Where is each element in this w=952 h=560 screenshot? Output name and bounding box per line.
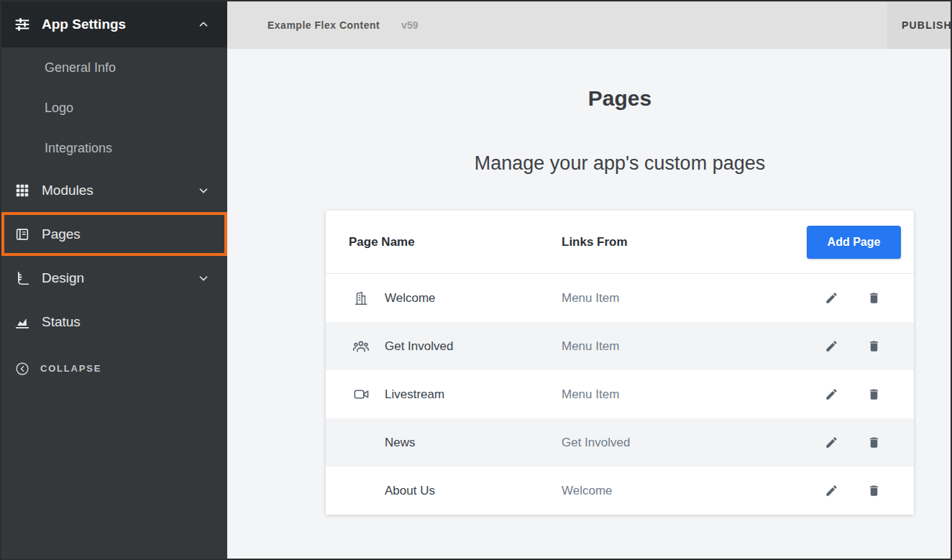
sidebar-item-label: Design — [42, 270, 194, 286]
sidebar-item-logo[interactable]: Logo — [1, 88, 227, 128]
building-icon — [352, 290, 370, 306]
delete-button[interactable] — [866, 434, 882, 451]
row-actions — [823, 290, 882, 306]
content: Pages Manage your app's custom pages Pag… — [227, 49, 951, 559]
grid-icon — [13, 183, 32, 198]
sidebar-item-design[interactable]: Design — [1, 256, 227, 300]
sidebar-item-label: General Info — [45, 60, 116, 75]
page-name: Livestream — [385, 387, 562, 402]
table-row: Livestream Menu Item — [326, 370, 914, 418]
add-page-button[interactable]: Add Page — [807, 226, 901, 259]
delete-button[interactable] — [866, 482, 882, 499]
edit-button[interactable] — [823, 290, 840, 306]
sidebar: App Settings General Info Logo Integrati… — [1, 1, 227, 559]
table-row: Get Involved Menu Item — [326, 322, 914, 370]
page-name: News — [385, 436, 562, 450]
pages-table-card: Page Name Links From Add Page — [326, 211, 914, 515]
row-actions — [823, 386, 882, 403]
area-chart-icon — [13, 314, 32, 330]
pencil-icon — [825, 387, 838, 401]
collapse-circle-icon — [13, 361, 32, 377]
pencil-icon — [825, 484, 838, 497]
chevron-down-icon — [194, 272, 213, 285]
chevron-up-icon — [194, 18, 213, 31]
sidebar-item-label: Logo — [45, 101, 73, 116]
table-header: Page Name Links From Add Page — [326, 211, 914, 274]
topbar: Example Flex Content v59 PUBLISH — [227, 1, 951, 49]
links-from: Get Involved — [562, 436, 823, 450]
row-actions — [823, 482, 882, 499]
page-title: Pages — [326, 86, 914, 111]
app-name: Example Flex Content — [267, 19, 380, 31]
sidebar-item-label: App Settings — [42, 17, 194, 32]
sidebar-item-integrations[interactable]: Integrations — [1, 128, 227, 168]
row-actions — [823, 338, 882, 354]
pages-icon — [13, 226, 32, 242]
page-subtitle: Manage your app's custom pages — [326, 152, 914, 175]
table-row: About Us Welcome — [326, 467, 914, 515]
pencil-icon — [825, 339, 838, 353]
app-version: v59 — [401, 19, 418, 31]
delete-button[interactable] — [866, 386, 882, 403]
links-from: Menu Item — [562, 339, 823, 354]
trash-icon — [867, 484, 881, 497]
publish-button[interactable]: PUBLISH — [887, 1, 951, 49]
pencil-icon — [825, 436, 838, 449]
page-name: Get Involved — [385, 339, 562, 354]
delete-button[interactable] — [866, 338, 882, 354]
sidebar-item-label: Integrations — [45, 141, 112, 156]
sidebar-item-general-info[interactable]: General Info — [1, 47, 227, 88]
sidebar-item-app-settings[interactable]: App Settings — [1, 1, 227, 47]
delete-button[interactable] — [866, 290, 882, 306]
sidebar-item-label: Pages — [42, 226, 213, 242]
row-actions — [823, 434, 882, 451]
sidebar-item-label: Modules — [42, 183, 194, 198]
ruler-icon — [13, 270, 32, 286]
trash-icon — [867, 436, 881, 449]
edit-button[interactable] — [823, 386, 840, 403]
links-from: Menu Item — [562, 291, 823, 306]
sidebar-item-modules[interactable]: Modules — [1, 168, 227, 212]
table-row: Welcome Menu Item — [326, 274, 914, 322]
links-from: Menu Item — [562, 387, 823, 402]
sidebar-item-status[interactable]: Status — [1, 300, 227, 344]
table-row: News Get Involved — [326, 418, 914, 467]
links-from: Welcome — [562, 484, 823, 498]
main-area: Example Flex Content v59 PUBLISH Pages M… — [227, 1, 951, 559]
edit-button[interactable] — [823, 434, 840, 451]
app-window: App Settings General Info Logo Integrati… — [0, 0, 952, 560]
edit-button[interactable] — [823, 338, 840, 354]
table-body: Welcome Menu Item — [326, 274, 914, 515]
trash-icon — [867, 339, 881, 353]
video-camera-icon — [352, 386, 370, 403]
column-header-links-from: Links From — [562, 235, 807, 249]
sliders-icon — [13, 16, 32, 33]
pencil-icon — [825, 291, 838, 305]
edit-button[interactable] — [823, 482, 840, 499]
chevron-down-icon — [194, 184, 213, 197]
sidebar-item-label: Status — [42, 314, 213, 330]
column-header-page-name: Page Name — [349, 235, 562, 249]
sidebar-item-pages[interactable]: Pages — [1, 212, 227, 256]
page-name: About Us — [385, 484, 562, 498]
page-name: Welcome — [385, 291, 562, 306]
people-icon — [352, 338, 370, 355]
trash-icon — [867, 387, 881, 401]
collapse-button[interactable]: COLLAPSE — [1, 346, 227, 390]
trash-icon — [867, 291, 881, 305]
collapse-label: COLLAPSE — [40, 363, 101, 374]
